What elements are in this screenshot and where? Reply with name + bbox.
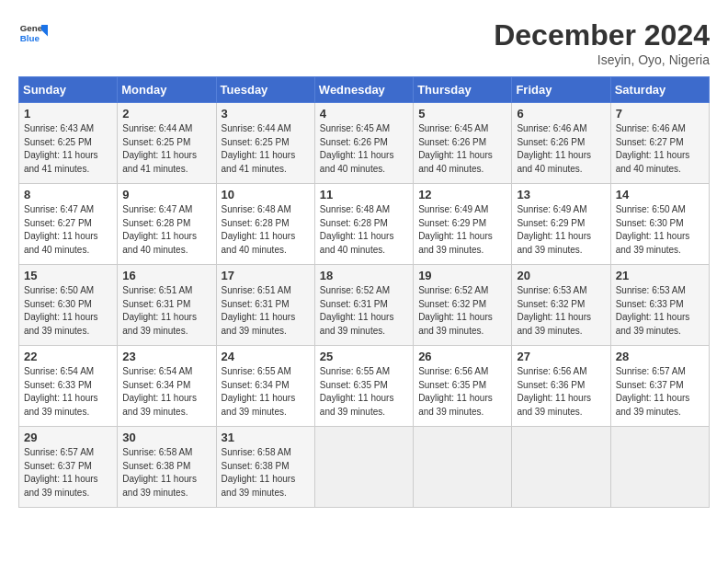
calendar-day: 11Sunrise: 6:48 AMSunset: 6:28 PMDayligh… bbox=[314, 184, 413, 265]
calendar-day: 28Sunrise: 6:57 AMSunset: 6:37 PMDayligh… bbox=[610, 346, 709, 427]
day-details: Sunrise: 6:49 AMSunset: 6:29 PMDaylight:… bbox=[517, 203, 605, 257]
day-number: 24 bbox=[222, 350, 310, 363]
calendar-table: SundayMondayTuesdayWednesdayThursdayFrid… bbox=[18, 76, 710, 508]
logo-icon: General Blue bbox=[18, 18, 48, 48]
day-number: 22 bbox=[24, 350, 112, 363]
calendar-day: 15Sunrise: 6:50 AMSunset: 6:30 PMDayligh… bbox=[19, 265, 118, 346]
logo: General Blue bbox=[18, 18, 48, 48]
calendar-day bbox=[414, 427, 512, 508]
calendar-day: 6Sunrise: 6:46 AMSunset: 6:26 PMDaylight… bbox=[512, 103, 610, 184]
day-number: 3 bbox=[222, 107, 310, 121]
calendar-day: 24Sunrise: 6:55 AMSunset: 6:34 PMDayligh… bbox=[216, 346, 314, 427]
day-number: 18 bbox=[320, 269, 408, 282]
calendar-day: 20Sunrise: 6:53 AMSunset: 6:32 PMDayligh… bbox=[512, 265, 610, 346]
day-number: 5 bbox=[418, 107, 506, 121]
day-number: 26 bbox=[418, 350, 506, 363]
day-details: Sunrise: 6:48 AMSunset: 6:28 PMDaylight:… bbox=[222, 203, 310, 257]
day-details: Sunrise: 6:44 AMSunset: 6:25 PMDaylight:… bbox=[122, 122, 210, 176]
day-number: 31 bbox=[222, 431, 310, 444]
calendar-day: 31Sunrise: 6:58 AMSunset: 6:38 PMDayligh… bbox=[216, 427, 314, 508]
calendar-day: 30Sunrise: 6:58 AMSunset: 6:38 PMDayligh… bbox=[118, 427, 216, 508]
day-details: Sunrise: 6:56 AMSunset: 6:35 PMDaylight:… bbox=[418, 365, 506, 419]
day-details: Sunrise: 6:51 AMSunset: 6:31 PMDaylight:… bbox=[222, 284, 310, 338]
day-details: Sunrise: 6:45 AMSunset: 6:26 PMDaylight:… bbox=[320, 122, 408, 176]
calendar-day: 4Sunrise: 6:45 AMSunset: 6:26 PMDaylight… bbox=[314, 103, 413, 184]
day-number: 2 bbox=[122, 107, 210, 121]
calendar-day: 9Sunrise: 6:47 AMSunset: 6:28 PMDaylight… bbox=[118, 184, 216, 265]
day-number: 8 bbox=[24, 188, 112, 201]
calendar-day: 12Sunrise: 6:49 AMSunset: 6:29 PMDayligh… bbox=[414, 184, 512, 265]
day-details: Sunrise: 6:47 AMSunset: 6:28 PMDaylight:… bbox=[122, 203, 210, 257]
day-number: 15 bbox=[24, 269, 112, 282]
day-number: 9 bbox=[122, 188, 210, 201]
svg-marker-2 bbox=[41, 25, 48, 36]
calendar-day: 29Sunrise: 6:57 AMSunset: 6:37 PMDayligh… bbox=[19, 427, 118, 508]
calendar-day: 10Sunrise: 6:48 AMSunset: 6:28 PMDayligh… bbox=[216, 184, 314, 265]
day-details: Sunrise: 6:47 AMSunset: 6:27 PMDaylight:… bbox=[24, 203, 112, 257]
day-details: Sunrise: 6:57 AMSunset: 6:37 PMDaylight:… bbox=[616, 365, 704, 419]
calendar-day: 14Sunrise: 6:50 AMSunset: 6:30 PMDayligh… bbox=[610, 184, 709, 265]
day-number: 6 bbox=[517, 107, 605, 121]
day-number: 12 bbox=[418, 188, 506, 201]
calendar-header-row: SundayMondayTuesdayWednesdayThursdayFrid… bbox=[19, 77, 710, 103]
calendar-week-4: 22Sunrise: 6:54 AMSunset: 6:33 PMDayligh… bbox=[19, 346, 710, 427]
day-number: 17 bbox=[222, 269, 310, 282]
calendar-day: 13Sunrise: 6:49 AMSunset: 6:29 PMDayligh… bbox=[512, 184, 610, 265]
day-details: Sunrise: 6:53 AMSunset: 6:33 PMDaylight:… bbox=[616, 284, 704, 338]
calendar-day bbox=[314, 427, 413, 508]
calendar-week-1: 1Sunrise: 6:43 AMSunset: 6:25 PMDaylight… bbox=[19, 103, 710, 184]
day-details: Sunrise: 6:55 AMSunset: 6:35 PMDaylight:… bbox=[320, 365, 408, 419]
calendar-day bbox=[512, 427, 610, 508]
header-friday: Friday bbox=[512, 77, 610, 103]
calendar-day: 26Sunrise: 6:56 AMSunset: 6:35 PMDayligh… bbox=[414, 346, 512, 427]
day-number: 10 bbox=[222, 188, 310, 201]
day-details: Sunrise: 6:50 AMSunset: 6:30 PMDaylight:… bbox=[616, 203, 704, 257]
day-number: 30 bbox=[122, 431, 210, 444]
day-number: 14 bbox=[616, 188, 704, 201]
calendar-day: 27Sunrise: 6:56 AMSunset: 6:36 PMDayligh… bbox=[512, 346, 610, 427]
day-number: 20 bbox=[517, 269, 605, 282]
day-details: Sunrise: 6:51 AMSunset: 6:31 PMDaylight:… bbox=[122, 284, 210, 338]
day-details: Sunrise: 6:48 AMSunset: 6:28 PMDaylight:… bbox=[320, 203, 408, 257]
day-number: 16 bbox=[122, 269, 210, 282]
calendar-day: 5Sunrise: 6:45 AMSunset: 6:26 PMDaylight… bbox=[414, 103, 512, 184]
day-details: Sunrise: 6:56 AMSunset: 6:36 PMDaylight:… bbox=[517, 365, 605, 419]
calendar-day: 19Sunrise: 6:52 AMSunset: 6:32 PMDayligh… bbox=[414, 265, 512, 346]
calendar-day: 21Sunrise: 6:53 AMSunset: 6:33 PMDayligh… bbox=[610, 265, 709, 346]
header-wednesday: Wednesday bbox=[314, 77, 413, 103]
day-number: 25 bbox=[320, 350, 408, 363]
title-block: December 2024 Iseyin, Oyo, Nigeria bbox=[494, 18, 710, 67]
header-sunday: Sunday bbox=[19, 77, 118, 103]
header-tuesday: Tuesday bbox=[216, 77, 314, 103]
day-details: Sunrise: 6:44 AMSunset: 6:25 PMDaylight:… bbox=[222, 122, 310, 176]
day-details: Sunrise: 6:52 AMSunset: 6:32 PMDaylight:… bbox=[418, 284, 506, 338]
location: Iseyin, Oyo, Nigeria bbox=[494, 52, 710, 67]
day-number: 28 bbox=[616, 350, 704, 363]
calendar-day: 8Sunrise: 6:47 AMSunset: 6:27 PMDaylight… bbox=[19, 184, 118, 265]
day-number: 29 bbox=[24, 431, 112, 444]
calendar-week-5: 29Sunrise: 6:57 AMSunset: 6:37 PMDayligh… bbox=[19, 427, 710, 508]
day-details: Sunrise: 6:52 AMSunset: 6:31 PMDaylight:… bbox=[320, 284, 408, 338]
calendar-day: 23Sunrise: 6:54 AMSunset: 6:34 PMDayligh… bbox=[118, 346, 216, 427]
svg-text:Blue: Blue bbox=[20, 33, 40, 43]
calendar-day: 1Sunrise: 6:43 AMSunset: 6:25 PMDaylight… bbox=[19, 103, 118, 184]
header-thursday: Thursday bbox=[414, 77, 512, 103]
day-number: 27 bbox=[517, 350, 605, 363]
day-details: Sunrise: 6:57 AMSunset: 6:37 PMDaylight:… bbox=[24, 446, 112, 500]
day-number: 11 bbox=[320, 188, 408, 201]
day-details: Sunrise: 6:54 AMSunset: 6:33 PMDaylight:… bbox=[24, 365, 112, 419]
page-header: General Blue December 2024 Iseyin, Oyo, … bbox=[18, 18, 710, 67]
day-details: Sunrise: 6:53 AMSunset: 6:32 PMDaylight:… bbox=[517, 284, 605, 338]
day-number: 4 bbox=[320, 107, 408, 121]
day-details: Sunrise: 6:43 AMSunset: 6:25 PMDaylight:… bbox=[24, 122, 112, 176]
day-details: Sunrise: 6:58 AMSunset: 6:38 PMDaylight:… bbox=[122, 446, 210, 500]
day-details: Sunrise: 6:45 AMSunset: 6:26 PMDaylight:… bbox=[418, 122, 506, 176]
day-details: Sunrise: 6:50 AMSunset: 6:30 PMDaylight:… bbox=[24, 284, 112, 338]
day-details: Sunrise: 6:46 AMSunset: 6:27 PMDaylight:… bbox=[616, 122, 704, 176]
calendar-day bbox=[610, 427, 709, 508]
calendar-day: 17Sunrise: 6:51 AMSunset: 6:31 PMDayligh… bbox=[216, 265, 314, 346]
day-details: Sunrise: 6:49 AMSunset: 6:29 PMDaylight:… bbox=[418, 203, 506, 257]
calendar-day: 25Sunrise: 6:55 AMSunset: 6:35 PMDayligh… bbox=[314, 346, 413, 427]
header-saturday: Saturday bbox=[610, 77, 709, 103]
calendar-day: 3Sunrise: 6:44 AMSunset: 6:25 PMDaylight… bbox=[216, 103, 314, 184]
